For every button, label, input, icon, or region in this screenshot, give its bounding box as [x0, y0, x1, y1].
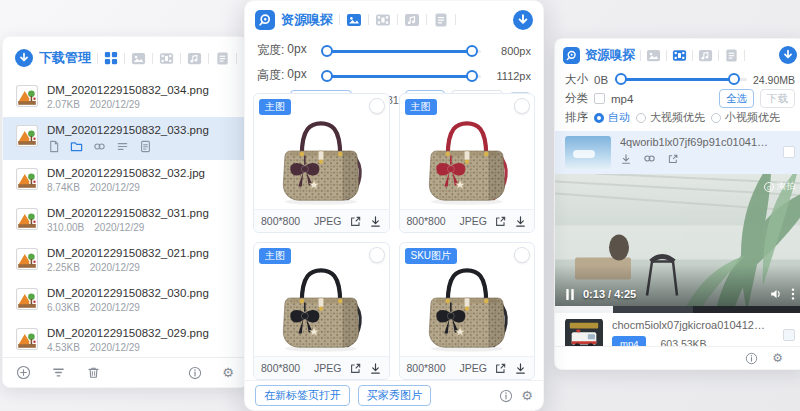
select-video-checkbox[interactable] — [783, 146, 795, 158]
filter-icon[interactable] — [51, 365, 66, 380]
height-slider-handle-min[interactable] — [321, 70, 333, 82]
info-icon[interactable] — [745, 352, 758, 365]
download-image-icon[interactable] — [369, 215, 382, 228]
video-filter-icon[interactable] — [159, 51, 174, 66]
width-slider-handle-min[interactable] — [321, 45, 333, 57]
settings-gear-icon[interactable]: ⚙ — [521, 389, 533, 402]
width-slider-handle-max[interactable] — [466, 45, 478, 57]
height-slider-handle-max[interactable] — [466, 70, 478, 82]
music-tab-icon[interactable] — [404, 12, 420, 28]
divider — [397, 14, 398, 25]
document-tab-icon[interactable] — [433, 12, 449, 28]
download-circle-icon[interactable] — [15, 49, 33, 67]
info-icon[interactable] — [188, 366, 202, 380]
sniffer-logo-icon — [255, 10, 275, 30]
task-list-icon[interactable] — [116, 140, 129, 153]
info-icon[interactable] — [499, 389, 513, 403]
music-filter-icon[interactable] — [187, 51, 202, 66]
document-tab-icon[interactable] — [724, 48, 739, 63]
sniffer-logo-icon — [563, 47, 580, 64]
video-player[interactable]: d 淘拍 0:13 / 4:25 — [555, 174, 800, 313]
sort-option-large-first[interactable]: 大视频优先 — [636, 110, 705, 125]
file-row[interactable]: DM_20201229150832_032.jpg 8.74KB2020/12/… — [3, 160, 247, 200]
image-filter-icon[interactable] — [131, 51, 146, 66]
select-image-checkbox[interactable] — [369, 247, 385, 263]
settings-gear-icon[interactable]: ⚙ — [222, 366, 234, 379]
image-card[interactable]: 主图 800*800 JPEG — [253, 242, 390, 380]
file-detail-icon[interactable] — [139, 140, 152, 153]
category-label: 分类 — [565, 91, 588, 106]
video-tab-icon[interactable] — [375, 12, 391, 28]
image-card[interactable]: SKU图片 800*800 JPEG — [399, 242, 536, 380]
file-row[interactable]: DM_20201229150832_031.png 310.00B2020/12… — [3, 200, 247, 240]
download-video-icon[interactable] — [620, 153, 632, 165]
copy-link-icon[interactable] — [93, 140, 106, 153]
open-new-tab-button[interactable]: 在新标签页打开 — [255, 385, 350, 406]
open-video-icon[interactable] — [667, 153, 679, 165]
size-range-slider[interactable] — [614, 73, 747, 86]
more-options-icon[interactable] — [791, 287, 795, 301]
image-tab-icon[interactable] — [346, 12, 362, 28]
buyer-show-button[interactable]: 买家秀图片 — [358, 385, 431, 406]
download-selected-button[interactable]: 下载 — [760, 89, 795, 107]
mp4-checkbox[interactable] — [594, 93, 605, 104]
open-folder-icon[interactable] — [70, 140, 83, 153]
download-image-icon[interactable] — [514, 215, 527, 228]
music-tab-icon[interactable] — [698, 48, 713, 63]
trash-icon[interactable] — [86, 365, 101, 380]
sort-option-auto[interactable]: 自动 — [594, 110, 630, 125]
select-all-button[interactable]: 全选 — [719, 89, 754, 107]
size-slider-row: 大小 0B 24.90MB — [565, 70, 795, 89]
download-all-circle-icon[interactable] — [779, 46, 797, 64]
select-image-checkbox[interactable] — [514, 247, 530, 263]
file-row[interactable]: DM_20201229150832_030.png 6.03KB2020/12/… — [3, 280, 247, 320]
grid-view-icon[interactable] — [104, 51, 118, 65]
open-image-icon[interactable] — [349, 215, 362, 228]
divider — [744, 50, 745, 61]
open-image-icon[interactable] — [494, 215, 507, 228]
file-size: 8.74KB — [47, 182, 80, 193]
file-row[interactable]: DM_20201229150832_029.png 4.53KB2020/12/… — [3, 320, 247, 357]
video-tab-icon[interactable] — [672, 48, 687, 63]
video-list-item-selected[interactable]: 4qworib1lx07jf69p91c01041201lzrx0e0... — [555, 131, 800, 174]
download-all-circle-icon[interactable] — [513, 10, 533, 30]
file-size: 6.03KB — [47, 302, 80, 313]
download-image-icon[interactable] — [514, 362, 527, 375]
file-name: DM_20201229150832_031.png — [47, 207, 209, 219]
select-video-checkbox[interactable] — [783, 329, 795, 341]
image-tab-icon[interactable] — [646, 48, 661, 63]
image-card[interactable]: 主图 800*800 JPEG — [253, 93, 390, 233]
copy-file-icon[interactable] — [47, 140, 60, 153]
size-slider-handle-max[interactable] — [728, 73, 740, 85]
file-row[interactable]: DM_20201229150832_034.png 2.07KB2020/12/… — [3, 77, 247, 117]
video-name: chocm5iolx07jgkicroa010412002bj40e0... — [612, 319, 766, 331]
file-date: 2020/12/29 — [90, 342, 140, 353]
open-image-icon[interactable] — [494, 362, 507, 375]
copy-link-icon[interactable] — [643, 152, 656, 165]
size-slider-handle-min[interactable] — [615, 73, 627, 85]
download-image-icon[interactable] — [369, 362, 382, 375]
divider — [124, 53, 125, 64]
select-image-checkbox[interactable] — [514, 98, 530, 114]
sort-option-small-first[interactable]: 小视频优先 — [711, 110, 780, 125]
file-name: DM_20201229150832_032.jpg — [47, 167, 205, 179]
file-row[interactable]: DM_20201229150832_021.png 2.25KB2020/12/… — [3, 240, 247, 280]
open-image-icon[interactable] — [349, 362, 362, 375]
playback-progress — [555, 306, 613, 313]
image-results-grid: 主图 800*800 JPEG 主图 800*800 JPEG — [253, 93, 535, 380]
select-image-checkbox[interactable] — [369, 98, 385, 114]
seek-bar[interactable] — [555, 306, 800, 313]
file-row-selected[interactable]: DM_20201229150832_033.png — [3, 117, 247, 160]
width-range-slider[interactable] — [323, 44, 481, 58]
height-range-slider[interactable] — [323, 69, 481, 83]
add-task-icon[interactable] — [16, 365, 31, 380]
divider — [236, 53, 237, 64]
video-sniffer-footer: ⚙ — [555, 346, 800, 369]
settings-gear-icon[interactable]: ⚙ — [772, 352, 783, 364]
pause-icon[interactable] — [565, 288, 575, 301]
volume-icon[interactable] — [769, 287, 783, 301]
image-card[interactable]: 主图 800*800 JPEG — [399, 93, 536, 233]
document-filter-icon[interactable] — [215, 51, 230, 66]
download-manager-footer: ⚙ — [3, 357, 247, 387]
image-type-badge: 主图 — [259, 99, 291, 115]
